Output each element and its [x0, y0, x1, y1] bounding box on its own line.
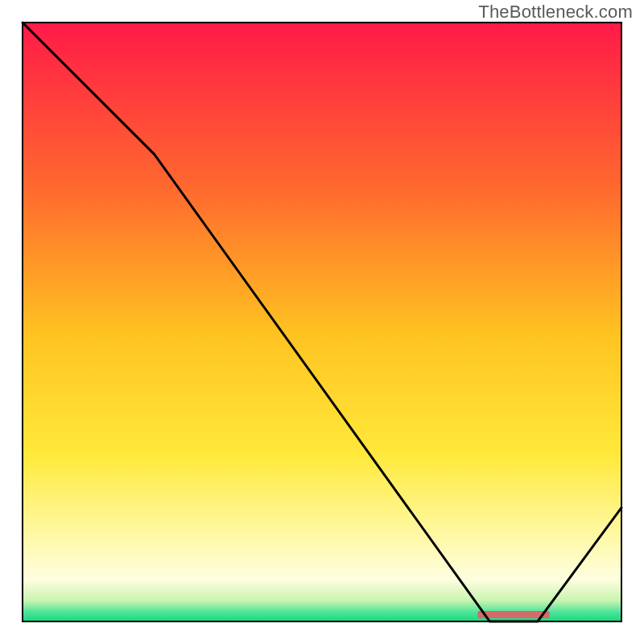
- bottleneck-chart: [0, 0, 644, 644]
- chart-container: TheBottleneck.com: [0, 0, 644, 644]
- optimal-zone-marker: [477, 611, 549, 618]
- watermark-text: TheBottleneck.com: [478, 2, 633, 23]
